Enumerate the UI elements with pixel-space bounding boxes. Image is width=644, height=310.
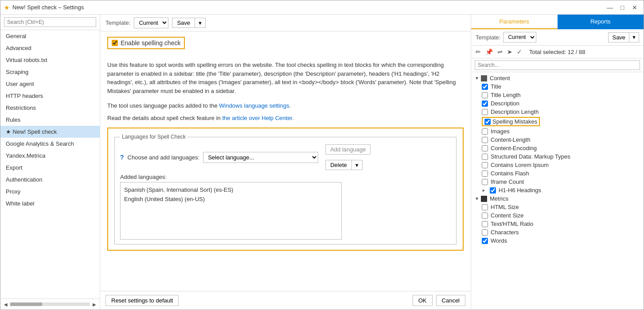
scroll-left-button[interactable]: ◀	[1, 300, 10, 309]
checkbox-content-size[interactable]	[482, 213, 488, 219]
tree-item-html-size[interactable]: HTML Size	[471, 203, 644, 211]
sidebar-item-http-headers[interactable]: HTTP headers	[0, 90, 100, 102]
checkbox-characters[interactable]	[482, 229, 488, 236]
sidebar-item-proxy[interactable]: Proxy	[0, 186, 100, 198]
checkbox-title-length[interactable]	[482, 92, 488, 98]
center-content: Enable spelling check Use this feature t…	[100, 31, 471, 291]
tree-label-content: Content	[490, 75, 510, 81]
tree-item-words[interactable]: Words	[471, 236, 644, 245]
checkbox-iframe-count[interactable]	[482, 179, 488, 185]
template-select[interactable]: Current	[134, 17, 168, 28]
spelling-mistakes-highlighted: Spelling Mistakes	[482, 117, 540, 126]
forward-icon-button[interactable]: ➤	[506, 47, 513, 56]
tree-item-content-encoding[interactable]: Content-Encoding	[471, 144, 644, 152]
sidebar-item-export[interactable]: Export	[0, 162, 100, 174]
sidebar-item-yandex[interactable]: Yandex.Metrica	[0, 150, 100, 162]
swap-icon-button[interactable]: ⇌	[496, 47, 503, 56]
tree-item-spelling-mistakes[interactable]: Spelling Mistakes	[471, 116, 644, 127]
tree-item-iframe-count[interactable]: Iframe Count	[471, 178, 644, 186]
search-box	[0, 15, 100, 30]
sidebar-item-spell-check[interactable]: ★ New! Spell check	[0, 126, 100, 138]
checkbox-structured-data[interactable]	[482, 154, 488, 160]
delete-button[interactable]: Delete	[325, 160, 351, 170]
metrics-toggle[interactable]: ▼	[475, 196, 481, 201]
sidebar-item-google-analytics[interactable]: Google Analytics & Search	[0, 138, 100, 150]
titlebar-left: ★ New! Spell check – Settings	[4, 4, 84, 11]
sidebar-item-general[interactable]: General	[0, 30, 100, 42]
edit-icon-button[interactable]: ✏	[475, 47, 482, 56]
sidebar-item-advanced[interactable]: Advanced	[0, 42, 100, 54]
sidebar-item-scraping[interactable]: Scraping	[0, 66, 100, 78]
sidebar-item-restrictions[interactable]: Restrictions	[0, 102, 100, 114]
check-icon-button[interactable]: ✓	[516, 47, 523, 56]
minimize-button[interactable]: —	[605, 2, 615, 13]
checkbox-spelling-mistakes[interactable]	[484, 119, 491, 125]
right-template-select[interactable]: Current	[503, 32, 536, 43]
tree-item-contains-flash[interactable]: Contains Flash	[471, 169, 644, 178]
tree-group-content[interactable]: ▼ Content	[471, 74, 644, 82]
content-toggle[interactable]: ▼	[475, 76, 481, 81]
tab-reports[interactable]: Reports	[558, 15, 644, 29]
checkbox-words[interactable]	[482, 238, 488, 244]
reset-button[interactable]: Reset settings to default	[105, 295, 179, 306]
windows-language-link[interactable]: Windows language settings	[219, 102, 289, 109]
checkbox-text-html-ratio[interactable]	[482, 221, 488, 227]
checkbox-images[interactable]	[482, 128, 488, 135]
checkbox-title[interactable]	[482, 84, 488, 90]
added-languages-list: Spanish (Spain, International Sort) (es-…	[120, 182, 342, 240]
right-search-input[interactable]	[475, 60, 640, 70]
h1h6-toggle[interactable]: ►	[482, 188, 488, 193]
checkbox-description[interactable]	[482, 101, 488, 107]
tree-label-description: Description	[491, 100, 519, 107]
tree-item-title[interactable]: Title	[471, 82, 644, 91]
tree-item-images[interactable]: Images	[471, 127, 644, 136]
right-save-button[interactable]: Save	[608, 32, 629, 43]
sidebar-item-rules[interactable]: Rules	[0, 114, 100, 126]
save-button[interactable]: Save	[172, 18, 195, 28]
maximize-button[interactable]: □	[617, 2, 628, 13]
sidebar-item-white-label[interactable]: White label	[0, 198, 100, 209]
tree-item-structured-data[interactable]: Structured Data: Markup Types	[471, 152, 644, 161]
added-languages-label: Added languages:	[120, 174, 451, 180]
tree-item-text-html-ratio[interactable]: Text/HTML Ratio	[471, 220, 644, 228]
tree-label-h1h6: H1-H6 Headings	[499, 187, 541, 194]
checkbox-content-encoding[interactable]	[482, 145, 488, 151]
tree-item-lorem-ipsum[interactable]: Contains Lorem Ipsum	[471, 161, 644, 169]
save-dropdown-button[interactable]: ▼	[195, 18, 206, 28]
language-select[interactable]: Select language...	[203, 152, 318, 163]
sidebar-item-authentication[interactable]: Authentication	[0, 174, 100, 186]
main-window: ★ New! Spell check – Settings — □ ✕ Gene…	[0, 0, 644, 310]
desc2-prefix: The tool uses language packs added to th…	[107, 102, 219, 109]
ok-button[interactable]: OK	[413, 295, 433, 306]
tab-parameters[interactable]: Parameters	[471, 15, 558, 29]
tree-item-content-length[interactable]: Content-Length	[471, 136, 644, 144]
add-language-button[interactable]: Add language	[325, 144, 371, 155]
tree-item-content-size[interactable]: Content Size	[471, 211, 644, 220]
scroll-right-button[interactable]: ▶	[90, 300, 99, 309]
pin-icon-button[interactable]: 📌	[484, 47, 494, 56]
right-save-dropdown-button[interactable]: ▼	[629, 32, 639, 43]
cancel-button[interactable]: Cancel	[436, 295, 465, 306]
tree-item-description-length[interactable]: Description Length	[471, 108, 644, 116]
choose-language-label: Choose and add languages:	[128, 154, 200, 161]
sidebar-item-user-agent[interactable]: User agent	[0, 78, 100, 90]
help-center-link[interactable]: the article over Help Center	[222, 115, 292, 121]
tree-item-description[interactable]: Description	[471, 99, 644, 108]
sidebar-item-virtual-robots[interactable]: Virtual robots.txt	[0, 54, 100, 66]
checkbox-lorem-ipsum[interactable]	[482, 162, 488, 168]
checkbox-h1h6[interactable]	[490, 187, 496, 194]
spell-check-checkbox[interactable]	[112, 40, 118, 46]
tree-label-structured-data: Structured Data: Markup Types	[491, 153, 570, 160]
checkbox-content-length[interactable]	[482, 137, 488, 143]
checkbox-description-length[interactable]	[482, 109, 488, 115]
close-button[interactable]: ✕	[629, 2, 640, 13]
tree-item-characters[interactable]: Characters	[471, 228, 644, 236]
delete-dropdown-button[interactable]: ▼	[351, 160, 363, 170]
checkbox-html-size[interactable]	[482, 204, 488, 210]
tree-item-h1-h6-headings[interactable]: ► H1-H6 Headings	[471, 186, 644, 194]
window-title: New! Spell check – Settings	[12, 4, 84, 11]
search-input[interactable]	[4, 17, 96, 27]
tree-item-title-length[interactable]: Title Length	[471, 91, 644, 99]
checkbox-contains-flash[interactable]	[482, 170, 488, 177]
tree-group-metrics[interactable]: ▼ Metrics	[471, 194, 644, 203]
